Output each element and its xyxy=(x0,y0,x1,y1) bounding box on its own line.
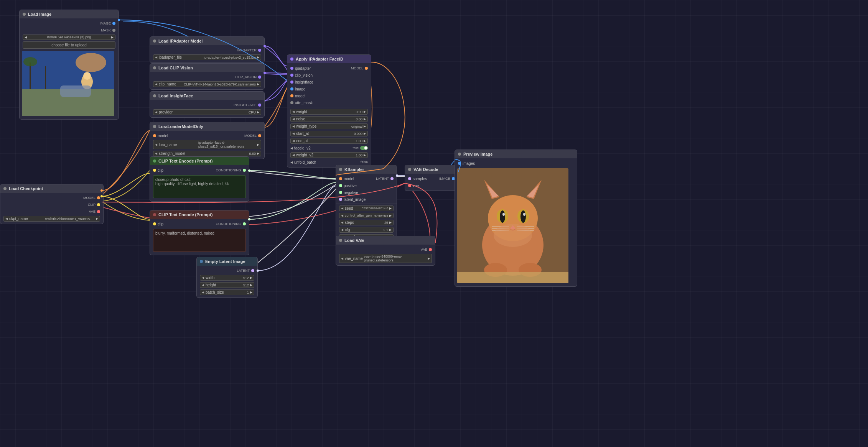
svg-point-19 xyxy=(520,210,526,223)
apply-ipadapter-header: Apply IPAdapter FaceID xyxy=(287,55,371,63)
ipadapter-file-value: ip-adapter-faceid-plusv2_sd15.bin xyxy=(204,56,256,59)
ksampler-model-in-port[interactable] xyxy=(339,177,342,180)
vae-decode-vae-port[interactable] xyxy=(408,184,411,187)
svg-point-18 xyxy=(500,210,505,223)
ksampler-latent-in-port[interactable] xyxy=(339,198,342,201)
preview-cat-image xyxy=(457,168,568,283)
clip-text-positive-title: CLIP Text Encode (Prompt) xyxy=(158,159,212,163)
load-image-title: Load Image xyxy=(28,12,51,16)
ipadapter-output-port[interactable] xyxy=(258,49,261,52)
svg-point-20 xyxy=(502,213,505,216)
preview-images-in-port[interactable] xyxy=(458,162,461,165)
load-checkpoint-title: Load Checkpoint xyxy=(9,186,43,191)
vae-name-label: vae_name xyxy=(345,256,363,261)
checkpoint-clip-out-port[interactable] xyxy=(97,203,100,206)
load-image-button-row[interactable]: choose file to upload xyxy=(20,41,119,49)
image-in-port[interactable] xyxy=(290,87,293,90)
apply-model-out-port[interactable] xyxy=(365,67,368,70)
ksampler-latent-out-port[interactable] xyxy=(390,177,394,180)
load-ipadapter-node: Load IPAdapter Model IPADAPTER ◀ ipadapt… xyxy=(150,36,265,63)
load-image-node: Load Image IMAGE MASK ◀ Копия Без назван… xyxy=(19,10,119,120)
lora-loader-title: LoraLoaderModelOnly xyxy=(158,124,203,129)
apply-ipadapter-node: Apply IPAdapter FaceID ipadapter MODEL c… xyxy=(287,54,371,168)
load-image-header: Load Image xyxy=(20,10,119,18)
empty-latent-header: Empty Latent Image xyxy=(197,257,257,266)
vae-decode-node: VAE Decode samples IMAGE vae xyxy=(405,165,458,191)
arrow-left-icon[interactable]: ◀ xyxy=(25,35,27,39)
clip-vision-in-port[interactable] xyxy=(290,74,293,77)
load-ipadapter-header: Load IPAdapter Model xyxy=(150,37,264,45)
svg-rect-8 xyxy=(60,85,91,97)
conditioning-positive-out-port[interactable] xyxy=(243,169,246,172)
load-vae-header: Load VAE xyxy=(336,236,435,245)
insightface-output-port[interactable] xyxy=(258,104,261,107)
ipadapter-file-label: ipadapter_file xyxy=(159,55,182,59)
clip-text-negative-header: CLIP Text Encode (Prompt) xyxy=(150,210,249,219)
model-in-port[interactable] xyxy=(290,94,293,97)
arrow-right-icon[interactable]: ▶ xyxy=(111,35,114,39)
vae-decode-title: VAE Decode xyxy=(413,167,438,172)
svg-point-31 xyxy=(494,224,532,247)
load-checkpoint-header: Load Checkpoint xyxy=(0,184,103,193)
ckpt-name-value: realisticVisionV60B1_v60B1VAE.safetensor… xyxy=(45,217,95,221)
empty-latent-node: Empty Latent Image LATENT ◀ width 512 ▶ xyxy=(196,257,258,298)
load-ipadapter-title: Load IPAdapter Model xyxy=(158,39,203,43)
positive-prompt-text[interactable]: closeup photo of cat:high quality, diffu… xyxy=(153,175,246,198)
image-output-port[interactable] xyxy=(112,22,115,25)
empty-latent-title: Empty Latent Image xyxy=(205,259,245,264)
apply-ipadapter-title: Apply IPAdapter FaceID xyxy=(296,57,343,61)
clip-name-label: clip_name xyxy=(159,82,176,86)
ksampler-header: KSampler xyxy=(336,165,397,174)
lora-model-input-label: model xyxy=(158,134,168,138)
svg-point-7 xyxy=(83,72,91,80)
load-insightface-node: Load InsightFace INSIGHTFACE ◀ provider … xyxy=(150,91,265,118)
preview-image-header: Preview Image xyxy=(455,150,577,158)
ksampler-title: KSampler xyxy=(344,167,364,172)
load-clip-vision-node: Load CLIP Vision CLIP_VISION ◀ clip_name… xyxy=(150,63,265,90)
svg-point-21 xyxy=(523,213,525,216)
load-image-output-mask: MASK xyxy=(20,27,119,34)
lora-loader-node: LoraLoaderModelOnly model MODEL ◀ lora_n… xyxy=(150,122,265,159)
clip-vision-output-port[interactable] xyxy=(258,76,261,79)
clip-text-positive-node: CLIP Text Encode (Prompt) clip CONDITION… xyxy=(150,156,249,202)
mask-output-port[interactable] xyxy=(112,29,115,32)
clip-negative-in-port[interactable] xyxy=(153,222,156,225)
load-image-output-image: IMAGE xyxy=(20,20,119,27)
faceid-v2-toggle[interactable] xyxy=(360,146,368,150)
attn-mask-port[interactable] xyxy=(290,101,293,104)
negative-prompt-text[interactable]: blurry, malformed, distorted, naked xyxy=(153,229,246,252)
preview-image-node: Preview Image images xyxy=(455,150,577,287)
svg-rect-5 xyxy=(45,66,46,89)
ckpt-name-label: ckpt_name xyxy=(9,217,28,221)
load-vae-node: Load VAE VAE ◀ vae_name vae-ft-mse-84000… xyxy=(336,236,435,266)
latent-out-port[interactable] xyxy=(251,269,254,272)
ksampler-negative-in-port[interactable] xyxy=(339,191,342,194)
svg-point-4 xyxy=(23,57,37,66)
clip-positive-in-port[interactable] xyxy=(153,169,156,172)
load-checkpoint-node: Load Checkpoint MODEL CLIP VAE xyxy=(0,184,104,224)
load-insightface-title: Load InsightFace xyxy=(158,94,193,98)
load-ipadapter-body: IPADAPTER ◀ ipadapter_file ip-adapter-fa… xyxy=(150,45,264,62)
ipadapter-in-port[interactable] xyxy=(290,67,293,70)
image-preview-girl xyxy=(22,51,114,116)
checkpoint-vae-out-port[interactable] xyxy=(97,210,100,213)
provider-value: CPU xyxy=(249,110,256,114)
load-image-body: IMAGE MASK ◀ Копия Без названия (3).png … xyxy=(20,18,119,119)
checkpoint-model-out-port[interactable] xyxy=(97,196,100,199)
load-image-filename-row: ◀ Копия Без названия (3).png ▶ xyxy=(20,34,119,41)
conditioning-negative-out-port[interactable] xyxy=(243,222,246,225)
node-status-dot xyxy=(23,13,26,16)
ksampler-positive-in-port[interactable] xyxy=(339,184,342,187)
strength-model-value: 0.60 xyxy=(249,152,256,156)
insightface-in-port[interactable] xyxy=(290,81,293,84)
clip-text-negative-node: CLIP Text Encode (Prompt) clip CONDITION… xyxy=(150,210,249,255)
load-vae-title: Load VAE xyxy=(344,238,364,243)
lora-name-value: ip-adapter-faceid-plusv2_sd15_lora.safet… xyxy=(198,141,256,148)
load-clip-vision-header: Load CLIP Vision xyxy=(150,64,264,72)
choose-file-button[interactable]: choose file to upload xyxy=(23,41,115,49)
lora-model-input-port[interactable] xyxy=(153,134,156,137)
vae-decode-samples-port[interactable] xyxy=(408,177,411,180)
lora-loader-header: LoraLoaderModelOnly xyxy=(150,122,264,131)
lora-model-output-port[interactable] xyxy=(258,134,261,137)
load-vae-out-port[interactable] xyxy=(429,248,432,251)
